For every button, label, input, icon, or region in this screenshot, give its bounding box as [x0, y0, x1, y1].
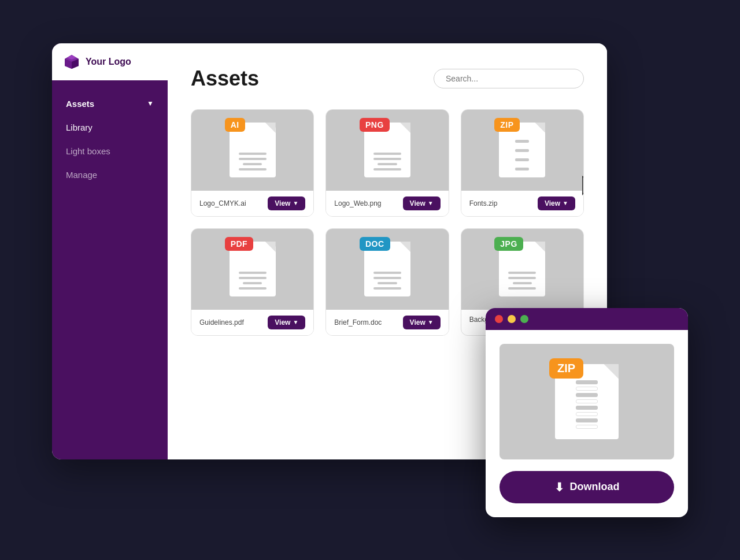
view-button-ai[interactable]: View ▼ — [268, 196, 305, 210]
asset-footer-pdf: Guidelines.pdf View ▼ — [191, 310, 313, 335]
badge-png: PNG — [360, 118, 390, 132]
sidebar-logo: Your Logo — [52, 43, 168, 80]
sidebar-item-lightboxes[interactable]: Light boxes — [52, 139, 168, 163]
chevron-icon: ▼ — [563, 200, 568, 206]
popup-file-icon: ZIP — [555, 364, 619, 439]
asset-name-doc: Brief_Form.doc — [334, 318, 382, 327]
asset-thumbnail-doc: DOC — [326, 229, 448, 310]
asset-footer-png: Logo_Web.png View ▼ — [326, 191, 448, 216]
asset-card-ai: AI Logo_CMYK.ai — [191, 109, 314, 217]
asset-thumbnail-ai: AI — [191, 110, 313, 191]
asset-thumbnail-jpg: JPG — [461, 229, 583, 310]
badge-ai: AI — [225, 118, 245, 132]
popup-badge-zip: ZIP — [549, 358, 583, 379]
nav-assets-label: Assets — [66, 99, 94, 109]
asset-name-pdf: Guidelines.pdf — [199, 318, 244, 327]
badge-jpg: JPG — [494, 237, 523, 251]
view-button-doc[interactable]: View ▼ — [403, 316, 441, 329]
asset-thumbnail-pdf: PDF — [191, 229, 313, 310]
badge-pdf: PDF — [225, 237, 254, 251]
download-button[interactable]: ⬇ Download — [500, 471, 674, 503]
chevron-icon: ▼ — [428, 319, 434, 325]
logo-text: Your Logo — [86, 57, 131, 67]
search-input[interactable] — [434, 69, 584, 88]
file-icon-ai: AI — [230, 123, 276, 177]
badge-zip: ZIP — [494, 118, 519, 132]
asset-footer-doc: Brief_Form.doc View ▼ — [326, 310, 448, 335]
chevron-icon: ▼ — [293, 200, 298, 206]
popup-titlebar — [486, 308, 688, 330]
cursor-arrow-icon — [578, 176, 584, 199]
file-icon-doc: DOC — [364, 242, 410, 296]
view-button-pdf[interactable]: View ▼ — [268, 316, 305, 329]
traffic-light-green[interactable] — [520, 315, 528, 323]
asset-thumbnail-png: PNG — [326, 110, 448, 191]
asset-card-pdf: PDF Guidelines.pdf — [191, 228, 314, 336]
svg-marker-5 — [583, 176, 584, 196]
asset-grid: AI Logo_CMYK.ai — [191, 109, 584, 336]
asset-footer-ai: Logo_CMYK.ai View ▼ — [191, 191, 313, 216]
popup-thumbnail: ZIP — [500, 344, 674, 459]
badge-doc: DOC — [360, 237, 390, 251]
traffic-light-yellow[interactable] — [508, 315, 516, 323]
logo-icon — [64, 54, 80, 70]
asset-card-png: PNG Logo_Web.png — [325, 109, 449, 217]
sidebar-navigation: Assets ▼ Library Light boxes Manage — [52, 80, 168, 198]
asset-name-png: Logo_Web.png — [334, 199, 381, 207]
sidebar-item-assets[interactable]: Assets ▼ — [52, 92, 168, 116]
sidebar-item-manage[interactable]: Manage — [52, 163, 168, 187]
page-title: Assets — [191, 66, 259, 91]
popup-content: ZIP ⬇ — [486, 330, 688, 517]
nav-manage-label: Manage — [66, 170, 97, 180]
chevron-down-icon: ▼ — [147, 99, 154, 107]
main-header: Assets — [191, 66, 584, 91]
sidebar-item-library[interactable]: Library — [52, 116, 168, 139]
asset-name-ai: Logo_CMYK.ai — [199, 199, 246, 207]
sidebar: Your Logo Assets ▼ Library Light boxes M… — [52, 43, 168, 459]
asset-footer-zip: Fonts.zip View ▼ — [461, 191, 583, 216]
nav-lightboxes-label: Light boxes — [66, 146, 110, 156]
download-icon: ⬇ — [554, 480, 564, 494]
nav-library-label: Library — [66, 123, 92, 132]
download-label: Download — [570, 481, 620, 493]
file-icon-zip: ZIP — [499, 123, 545, 177]
file-icon-pdf: PDF — [230, 242, 276, 296]
popup-window: ZIP ⬇ — [486, 308, 688, 517]
asset-card-zip: ZIP — [461, 109, 584, 217]
view-button-png[interactable]: View ▼ — [403, 196, 441, 210]
chevron-icon: ▼ — [428, 200, 434, 206]
file-icon-jpg: JPG — [499, 242, 545, 296]
asset-card-doc: DOC Brief_Form.doc — [325, 228, 449, 336]
chevron-icon: ▼ — [293, 319, 298, 325]
view-button-zip[interactable]: View ▼ — [538, 196, 575, 210]
file-icon-png: PNG — [364, 123, 410, 177]
asset-name-zip: Fonts.zip — [469, 199, 498, 207]
asset-thumbnail-zip: ZIP — [461, 110, 583, 191]
traffic-light-red[interactable] — [495, 315, 503, 323]
